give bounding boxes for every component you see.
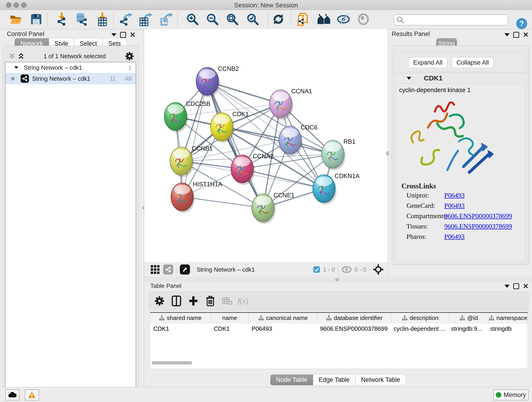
delete-column-button[interactable] <box>204 294 217 307</box>
column-header-database-identifier[interactable]: database identifier <box>317 313 391 323</box>
table-tab-edge-table[interactable]: Edge Table <box>313 375 355 385</box>
hidden-count: 0 - 0 <box>355 266 366 273</box>
network-node-CCNA1[interactable]: CCNA1 <box>269 88 312 120</box>
network-node-RB1[interactable]: RB1 <box>322 138 355 170</box>
control-panel-float-icon[interactable] <box>120 32 126 38</box>
crosslink-link[interactable]: 9606.ENSP00000378699 <box>444 223 512 230</box>
network-node-CCNB1[interactable]: CCNB1 <box>170 145 213 177</box>
results-panel-close-icon[interactable]: ✕ <box>523 32 529 37</box>
cell-namespace[interactable]: stringdb <box>487 323 526 334</box>
cell-canonical-name[interactable]: P06493 <box>248 323 317 334</box>
save-icon <box>30 13 42 25</box>
column-header-description[interactable]: description <box>391 313 449 323</box>
edge-CCNB2-HIST1H1A[interactable] <box>182 81 207 197</box>
network-node-CDC25B[interactable]: CDC25B <box>164 100 210 133</box>
search-input[interactable] <box>404 16 508 24</box>
network-overview-icon[interactable] <box>163 264 173 274</box>
network-canvas[interactable]: CCNB2CCNA1CDC25BCDK1CDC6RB1CCNB1CCNA2CDK… <box>144 29 388 262</box>
zoom-out-button[interactable] <box>205 12 220 26</box>
zoom-fit-button[interactable] <box>225 12 239 26</box>
table-panel-close-icon[interactable]: ✕ <box>523 284 529 288</box>
network-node-CCNE1[interactable]: CCNE1 <box>252 192 295 224</box>
table-settings-button[interactable] <box>153 294 166 307</box>
refresh-view-button[interactable] <box>271 12 285 26</box>
network-node-HIST1H1A[interactable]: HIST1H1A <box>171 181 222 213</box>
help-button[interactable]: ? <box>516 18 527 29</box>
collapse-all-networks-icon[interactable] <box>8 53 15 60</box>
table-scrollbar-thumb[interactable] <box>152 361 192 364</box>
column-header-name[interactable]: name <box>211 313 249 323</box>
control-panel-close-icon[interactable]: ✕ <box>130 32 135 37</box>
expand-all-button[interactable]: Expand All <box>408 57 447 68</box>
clone-network-button[interactable] <box>296 12 310 26</box>
cell-name[interactable]: CDK1 <box>210 323 248 334</box>
column-header-canonical-name[interactable]: canonical name <box>249 313 317 323</box>
warnings-button[interactable] <box>25 389 39 400</box>
edge-CCNB2-CCNE1[interactable] <box>207 81 263 208</box>
export-image-button[interactable] <box>159 12 173 26</box>
table-horizontal-scrollbar[interactable] <box>151 361 526 365</box>
cell-description[interactable]: cyclin-dependent ... <box>390 323 448 334</box>
hide-selected-button[interactable] <box>336 12 351 26</box>
save-session-button[interactable] <box>29 12 43 26</box>
add-column-button[interactable] <box>187 294 200 307</box>
crosslink-link[interactable]: P06493 <box>444 191 465 199</box>
column-label: description <box>410 314 438 322</box>
network-edge-count: 48 <box>125 75 132 82</box>
bottom-splitter-handle[interactable] <box>335 278 339 281</box>
table-tab-node-table[interactable]: Node Table <box>270 375 313 385</box>
network-options-gear-icon[interactable] <box>125 51 134 61</box>
results-panel-collapse-icon[interactable] <box>505 33 510 36</box>
memory-button[interactable]: Memory <box>493 389 529 400</box>
expand-all-networks-icon[interactable] <box>18 53 25 60</box>
cell-database-identifier[interactable]: 9606.ENSP00000378699 <box>317 323 390 334</box>
zoom-in-button[interactable] <box>185 12 200 26</box>
refresh-icon <box>272 13 285 26</box>
export-table-button[interactable] <box>139 12 153 26</box>
network-node-CDC6[interactable]: CDC6 <box>279 124 317 156</box>
detach-view-icon[interactable] <box>180 264 190 274</box>
zoom-out-icon <box>206 13 219 26</box>
network-node-CDKN1A[interactable]: CDKN1A <box>313 172 360 205</box>
import-database-button[interactable] <box>74 12 89 26</box>
collapse-all-button[interactable]: Collapse All <box>452 57 494 68</box>
search-box <box>394 14 508 26</box>
results-panel-float-icon[interactable] <box>513 32 519 38</box>
show-columns-button[interactable] <box>170 294 183 307</box>
table-tab-network-table[interactable]: Network Table <box>355 375 406 385</box>
gene-section-header[interactable]: CDK1 <box>394 73 526 83</box>
cloud-status-button[interactable] <box>5 389 19 400</box>
view-grid-icon[interactable] <box>150 265 160 274</box>
table-panel-float-icon[interactable] <box>513 283 519 289</box>
network-collection-row[interactable]: String Network – cdk1 1 <box>6 62 136 73</box>
import-network-button[interactable] <box>55 12 69 26</box>
first-neighbors-button[interactable] <box>317 12 331 26</box>
export-network-button[interactable] <box>119 12 133 26</box>
network-row-selected[interactable]: String Network – cdk1 11 48 <box>6 73 136 84</box>
crosslink-link[interactable]: P06493 <box>444 233 465 240</box>
results-panel: Results Panel ✕ String Expand All Collap… <box>388 29 532 276</box>
fit-content-crosshair-icon[interactable] <box>373 264 384 275</box>
collection-expand-icon[interactable] <box>14 66 18 69</box>
column-header-@id[interactable]: @id <box>449 313 488 323</box>
crosslink-row: Uniprot:P06493 <box>406 191 521 199</box>
node-table-row[interactable]: CDK1CDK1P064939606.ENSP00000378699cyclin… <box>150 323 528 334</box>
control-panel-collapse-icon[interactable] <box>111 33 116 36</box>
table-panel-collapse-icon[interactable] <box>505 285 510 288</box>
selected-checkbox-icon[interactable] <box>313 266 320 273</box>
import-table-button[interactable] <box>95 12 109 26</box>
cell-@id[interactable]: stringdb:9... <box>448 323 487 334</box>
column-header-namespace[interactable]: namespace <box>488 313 528 323</box>
network-node-CDK1[interactable]: CDK1 <box>210 111 249 143</box>
network-node-CCNB2[interactable]: CCNB2 <box>196 65 239 97</box>
crosslink-link[interactable]: P06493 <box>444 202 465 210</box>
open-session-button[interactable] <box>9 12 23 26</box>
gene-expand-icon[interactable] <box>407 77 411 80</box>
cell-shared-name[interactable]: CDK1 <box>150 323 210 334</box>
column-tree-icon <box>326 315 331 321</box>
show-all-button[interactable] <box>356 12 370 26</box>
export-network-icon <box>119 12 133 26</box>
zoom-selected-button[interactable] <box>246 12 260 26</box>
crosslink-link[interactable]: 9606.ENSP00000378699 <box>444 212 512 220</box>
column-header-shared-name[interactable]: shared name <box>150 313 211 323</box>
